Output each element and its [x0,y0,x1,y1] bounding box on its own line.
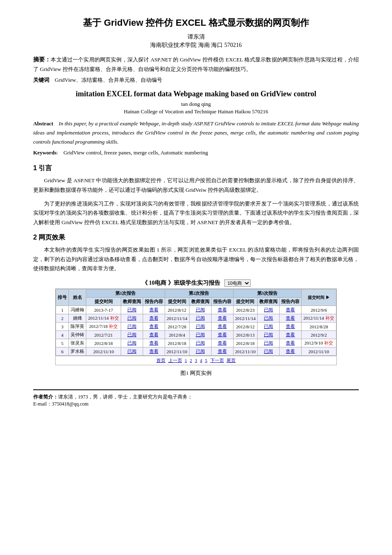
cell-link[interactable]: 已阅 [127,307,136,312]
table-cell[interactable]: 查看 [280,347,302,356]
bio-text: 谭东清，1973，男，讲师，学士，主要研究方向是电子商务； [58,394,192,400]
sub-r3-content: 报告内容 [280,298,302,306]
abstract-en-label: Abstract [33,120,53,127]
class-dropdown[interactable]: 10电商 [224,279,251,287]
cell-link[interactable]: 查看 [149,332,158,337]
table-cell[interactable]: 已阅 [121,331,143,339]
affiliation-zh: 海南职业技术学院 海南 海口 570216 [33,42,359,49]
cell-link[interactable]: 已阅 [127,340,136,345]
table-cell[interactable]: 查看 [280,306,302,314]
table-cell[interactable]: 查看 [280,323,302,331]
table-cell[interactable]: 查看 [280,314,302,323]
table-cell[interactable]: 查看 [211,323,233,331]
cell-link[interactable]: 已阅 [127,315,136,320]
cell-link[interactable]: 已阅 [264,307,273,312]
table-cell[interactable]: 已阅 [258,306,280,314]
page-first[interactable]: 首页 [156,358,166,363]
cell-link[interactable]: 查看 [218,349,227,354]
table-cell[interactable]: 查看 [143,314,165,323]
table-cell: 2012/8/18 [233,339,258,347]
sub-r1-view: 教师查阅 [121,298,143,306]
cell-link[interactable]: 已阅 [264,340,273,345]
scroll-right-icon[interactable]: ▶ [326,295,330,300]
cell-link[interactable]: 查看 [218,340,227,345]
table-cell[interactable]: 已阅 [189,347,211,356]
title-en: imitation EXCEL format data Webpage maki… [33,90,359,98]
cell-link[interactable]: 查看 [286,307,295,312]
cell-link[interactable]: 查看 [286,332,295,337]
cell-link[interactable]: 已阅 [127,324,136,329]
table-cell[interactable]: 已阅 [189,339,211,347]
table-cell[interactable]: 查看 [280,331,302,339]
author-en: tan dong qing [33,101,359,108]
table-cell[interactable]: 查看 [143,339,165,347]
report-title: 《 10电商 》班级学生实习报告 [142,279,220,287]
table-cell[interactable]: 查看 [280,339,302,347]
abstract-en-text: In this paper, by a practical example We… [33,120,359,145]
cell-link[interactable]: 查看 [218,307,227,312]
cell-link[interactable]: 查看 [218,332,227,337]
cell-link[interactable]: 查看 [149,340,158,345]
cell-link[interactable]: 查看 [149,315,158,320]
cell-link[interactable]: 查看 [286,315,295,320]
cell-link[interactable]: 已阅 [196,349,205,354]
table-cell: 2012/7/28 [165,323,189,331]
table-cell[interactable]: 查看 [143,347,165,356]
table-cell[interactable]: 查看 [143,331,165,339]
table-cell: 5 [56,339,69,347]
cell-link[interactable]: 已阅 [196,307,205,312]
cell-link[interactable]: 查看 [218,324,227,329]
table-cell[interactable]: 查看 [211,331,233,339]
table-cell[interactable]: 已阅 [121,314,143,323]
cell-link[interactable]: 已阅 [196,340,205,345]
cell-link[interactable]: 查看 [149,324,158,329]
table-cell[interactable]: 查看 [211,314,233,323]
table-cell[interactable]: 已阅 [258,314,280,323]
keywords-zh: 关键词 GridView、冻结窗格、合并单元格、自动编号 [33,76,359,84]
cell-link[interactable]: 已阅 [196,332,205,337]
table-cell[interactable]: 查看 [143,323,165,331]
table-cell[interactable]: 查看 [143,306,165,314]
table-cell[interactable]: 已阅 [121,323,143,331]
page-next[interactable]: 下一页 [210,358,224,363]
table-cell[interactable]: 已阅 [189,314,211,323]
page-last[interactable]: 尾页 [226,358,236,363]
table-cell[interactable]: 已阅 [258,331,280,339]
table-cell[interactable]: 已阅 [121,306,143,314]
cell-link[interactable]: 已阅 [264,315,273,320]
page-5[interactable]: 5 [205,358,207,363]
table-cell[interactable]: 已阅 [189,323,211,331]
table-cell: 吴仲铸 [69,331,86,339]
table-cell[interactable]: 查看 [211,306,233,314]
cell-link[interactable]: 已阅 [264,349,273,354]
cell-link[interactable]: 已阅 [196,315,205,320]
table-cell[interactable]: 已阅 [258,323,280,331]
cell-link[interactable]: 已阅 [196,324,205,329]
table-cell[interactable]: 已阅 [189,331,211,339]
cell-link[interactable]: 已阅 [264,332,273,337]
page-2[interactable]: 2 [190,358,192,363]
table-cell[interactable]: 已阅 [121,339,143,347]
page-4[interactable]: 4 [200,358,202,363]
cell-link[interactable]: 已阅 [127,349,136,354]
cell-link[interactable]: 查看 [286,324,295,329]
page-prev[interactable]: 上一页 [168,358,182,363]
page-1[interactable]: 1 [185,358,187,363]
cell-link[interactable]: 查看 [149,307,158,312]
table-cell: 2012/11/14 补交 [86,314,121,323]
cell-link[interactable]: 查看 [218,315,227,320]
table-cell[interactable]: 查看 [211,339,233,347]
email-label: E-mail： [33,401,52,407]
cell-link[interactable]: 已阅 [264,324,273,329]
page-3[interactable]: 3 [195,358,197,363]
footer: 作者简介：谭东清，1973，男，讲师，学士，主要研究方向是电子商务； E-mai… [33,389,359,408]
cell-link[interactable]: 查看 [286,340,295,345]
table-cell[interactable]: 已阅 [121,347,143,356]
table-cell[interactable]: 已阅 [258,347,280,356]
table-cell[interactable]: 已阅 [258,339,280,347]
cell-link[interactable]: 查看 [286,349,295,354]
table-cell[interactable]: 查看 [211,347,233,356]
cell-link[interactable]: 查看 [149,349,158,354]
cell-link[interactable]: 已阅 [127,332,136,337]
table-cell[interactable]: 已阅 [189,306,211,314]
